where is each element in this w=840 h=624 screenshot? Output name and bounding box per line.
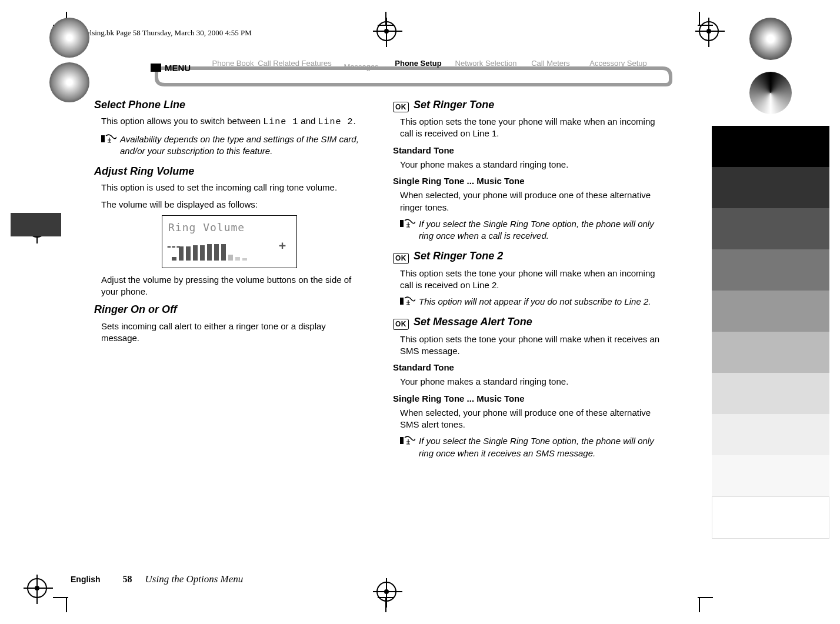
heading-select-phone-line: Select Phone Line: [94, 98, 365, 112]
standard-tone-body: Your phone makes a standard ringing tone…: [400, 159, 664, 171]
menu-item: Call Related Features: [258, 59, 332, 68]
printer-colorbar-right: [712, 18, 829, 539]
subhead-standard-tone: Standard Tone: [393, 145, 664, 156]
svg-rect-10: [400, 298, 404, 305]
heading-set-ringer-tone: OKSet Ringer Tone: [393, 98, 664, 112]
heading-set-ringer-tone-2: OKSet Ringer Tone 2: [393, 249, 664, 263]
note-icon: [101, 134, 116, 144]
adjust-body-1: This option is used to set the incoming …: [101, 182, 365, 193]
cropmark: [66, 598, 67, 612]
cropmark: [699, 12, 700, 26]
select-line-note: Availability depends on the type and set…: [120, 134, 365, 158]
page: angelsing.bk Page 58 Thursday, March 30,…: [0, 0, 840, 624]
cropmark: [699, 598, 700, 612]
left-column: Select Phone Line This option allows you…: [94, 94, 365, 559]
menu-item: Accessory Setup: [589, 59, 647, 68]
note-icon: [400, 219, 415, 228]
adjust-body-3: Adjust the volume by pressing the volume…: [101, 274, 365, 298]
svg-rect-9: [400, 220, 404, 227]
ok-icon: OK: [393, 319, 409, 329]
lcd-preview: Ring Volume --- +: [162, 215, 297, 268]
note-icon: [400, 436, 415, 445]
single-ring-2-body: When selected, your phone will produce o…: [400, 407, 664, 431]
standard-tone-2-body: Your phone makes a standard ringing tone…: [400, 376, 664, 388]
menu-item: Messages: [344, 62, 379, 71]
subhead-standard-tone-2: Standard Tone: [393, 362, 664, 373]
select-line-body: This option allows you to switch between…: [101, 115, 365, 128]
tone2-body: This option sets the tone your phone wil…: [400, 268, 664, 292]
heading-ringer-on-off: Ringer On or Off: [94, 302, 365, 316]
footer-page-number: 58: [123, 574, 132, 585]
svg-rect-8: [101, 135, 105, 142]
content-area: Select Phone Line This option allows you…: [94, 94, 664, 559]
footer-language: English: [71, 575, 101, 584]
svg-rect-1: [208, 66, 221, 70]
heading-adjust-ring-volume: Adjust Ring Volume: [94, 164, 365, 178]
subhead-single-ring-2: Single Ring Tone ... Music Tone: [393, 393, 664, 405]
subhead-single-ring: Single Ring Tone ... Music Tone: [393, 175, 664, 187]
page-footer: English 58 Using the Options Menu: [71, 573, 664, 589]
menu-label: MENU: [165, 63, 191, 73]
registration-mark-icon: [27, 578, 47, 598]
ok-icon: OK: [393, 253, 409, 263]
tone1-body: This option sets the tone your phone wil…: [400, 116, 664, 140]
svg-rect-11: [400, 437, 404, 444]
tone2-note: This option will not appear if you do no…: [419, 296, 664, 308]
ringer-body: Sets incoming call alert to either a rin…: [101, 321, 365, 345]
svg-rect-2: [255, 66, 268, 70]
menu-item: Phone Book: [212, 59, 254, 68]
menu-item: Call Meters: [531, 59, 570, 68]
single-ring-2-note: If you select the Single Ring Tone optio…: [419, 435, 664, 459]
single-ring-body: When selected, your phone will produce o…: [400, 189, 664, 213]
svg-rect-7: [578, 66, 591, 70]
plus-icon: +: [279, 238, 286, 253]
svg-rect-0: [151, 64, 161, 72]
msg-body: This option sets the tone your phone wil…: [400, 333, 664, 358]
note-icon: [400, 296, 415, 306]
single-ring-note: If you select the Single Ring Tone optio…: [419, 218, 664, 242]
svg-rect-4: [385, 66, 398, 70]
heading-set-message-alert-tone: OKSet Message Alert Tone: [393, 315, 664, 329]
printer-colorbar-left: [11, 18, 128, 102]
svg-rect-6: [520, 66, 533, 70]
registration-mark-icon: [376, 21, 396, 41]
lcd-title: Ring Volume: [168, 221, 291, 235]
ok-icon: OK: [393, 102, 409, 112]
menu-breadcrumb: MENU Phone Book Call Related Features Me…: [151, 55, 680, 88]
volume-bars-icon: [172, 244, 247, 261]
thumb-tab: [11, 213, 61, 236]
menu-item: Network Selection: [455, 59, 517, 68]
adjust-body-2: The volume will be displayed as follows:: [101, 199, 365, 211]
menu-item-active: Phone Setup: [395, 59, 442, 68]
right-column: OKSet Ringer Tone This option sets the t…: [393, 94, 664, 559]
svg-rect-3: [331, 66, 344, 70]
svg-rect-5: [448, 66, 461, 70]
footer-chapter: Using the Options Menu: [145, 573, 244, 585]
